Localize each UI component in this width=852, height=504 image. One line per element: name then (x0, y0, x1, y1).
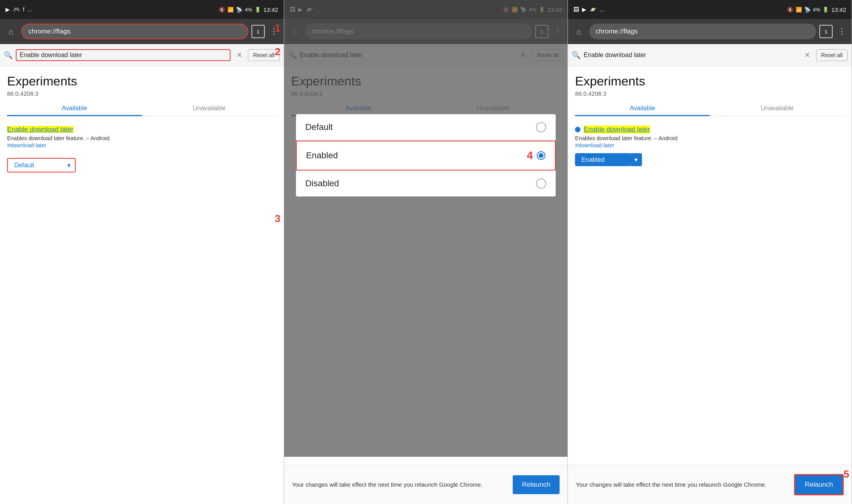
panel-2: 🖼 ▶ 🪐 ... 🔇 📶 📡 4% 🔋 13:42 ⌂ chrome://fl… (284, 0, 568, 504)
photo-icon-3: 🖼 (573, 6, 579, 13)
search-bar-3: 🔍 Enable download later ✕ Reset all (568, 44, 852, 66)
search-value-1: Enable download later (20, 52, 82, 59)
content-area-1: Experiments 86.0.4208.3 Available Unavai… (0, 66, 284, 504)
flag-title-3[interactable]: Enable download later (584, 126, 650, 133)
flag-dropdown-select-3[interactable]: Default Enabled Disabled (575, 153, 630, 166)
dialog-option-default-label: Default (305, 122, 333, 132)
relaunch-button-2[interactable]: Relaunch (513, 475, 560, 494)
version-text-3: 86.0.4208.3 (575, 90, 845, 97)
saturn-icon-3: 🪐 (590, 6, 596, 13)
tab-available-3[interactable]: Available (575, 105, 710, 116)
experiments-title-1: Experiments (7, 74, 277, 89)
version-text-1: 86.0.4208.3 (7, 90, 277, 97)
flag-desc-1: Enables download later feature. – Androi… (7, 135, 277, 141)
search-input-wrap-1[interactable]: Enable download later (16, 49, 231, 61)
address-bar-3: ⌂ chrome://flags 1 ⋮ (568, 19, 852, 44)
search-input-wrap-3[interactable]: Enable download later (584, 52, 798, 59)
dialog-box: Default Enabled 4 Disabled (296, 114, 556, 196)
flag-dropdown-wrap-1[interactable]: Default Enabled Disabled ▼ (7, 158, 76, 172)
address-input-1[interactable]: chrome://flags (21, 24, 248, 39)
status-time-3: 13:42 (831, 6, 846, 13)
tab-count-1[interactable]: 1 (251, 25, 265, 38)
bottom-bar-2: Your changes will take effect the next t… (284, 465, 568, 504)
step-5-badge: 5 (844, 468, 849, 480)
flag-dropdown-select-1[interactable]: Default Enabled Disabled (8, 159, 63, 172)
flag-item-3: Enable download later Enables download l… (575, 126, 845, 166)
dots-icon: ... (28, 6, 32, 13)
dialog-option-disabled[interactable]: Disabled (296, 170, 556, 196)
status-bar-1: ▶ 🎮 f ... 🔇 📶 📡 4% 🔋 13:42 (0, 0, 284, 19)
battery-text: 4% (245, 7, 252, 13)
menu-button-3[interactable]: ⋮ (836, 25, 848, 38)
bottom-bar-3: Your changes will take effect the next t… (568, 465, 852, 504)
experiments-title-3: Experiments (575, 74, 845, 89)
dropdown-arrow-3: ▼ (630, 153, 642, 166)
tab-count-3[interactable]: 1 (819, 25, 833, 38)
flag-blue-dot-3 (575, 127, 580, 132)
clear-button-1[interactable]: ✕ (234, 50, 245, 61)
flag-title-wrap-3: Enable download later (575, 126, 845, 133)
dropdown-arrow-1: ▼ (63, 159, 75, 172)
dialog-overlay (284, 0, 568, 457)
search-icon-3: 🔍 (572, 51, 580, 59)
panel-3: 🖼 ▶ 🪐 ... 🔇 📶 📡 4% 🔋 13:42 ⌂ chrome://fl… (568, 0, 852, 504)
status-bar-left-3: 🖼 ▶ 🪐 ... (573, 6, 604, 13)
tabs-row-3: Available Unavailable (575, 105, 845, 116)
wifi-icon-3: 📶 (796, 7, 802, 13)
radio-enabled-selected (537, 151, 545, 160)
dots-icon-3: ... (599, 6, 604, 13)
flag-desc-3: Enables download later feature. – Androi… (575, 135, 845, 141)
tab-unavailable-3[interactable]: Unavailable (710, 105, 845, 116)
step-1-badge: 1 (275, 22, 280, 34)
battery-text-3: 4% (813, 7, 820, 13)
address-text-3: chrome://flags (595, 28, 638, 35)
signal-icon-3: 📡 (804, 7, 811, 13)
flag-item-1: Enable download later Enables download l… (7, 126, 277, 172)
mute-icon: 🔇 (219, 7, 225, 13)
home-icon-1: ⌂ (9, 27, 13, 36)
signal-icon: 📡 (236, 7, 242, 13)
relaunch-button-3[interactable]: Relaunch (794, 474, 844, 495)
search-icon-1: 🔍 (4, 51, 13, 59)
content-area-3: Experiments 86.0.4208.3 Available Unavai… (568, 66, 852, 465)
play-icon-3: ▶ (582, 6, 586, 13)
reset-all-button-3[interactable]: Reset all (816, 49, 848, 61)
flag-dropdown-container-1: Default Enabled Disabled ▼ (7, 153, 277, 172)
enabled-right: 4 (527, 149, 546, 162)
dialog-option-disabled-label: Disabled (305, 178, 339, 189)
panel-1: 1 2 3 ▶ 🎮 f ... 🔇 📶 📡 4% 🔋 13:42 ⌂ chrom… (0, 0, 284, 504)
status-bar-left: ▶ 🎮 f ... (6, 6, 32, 13)
step-2-badge: 2 (275, 46, 280, 58)
status-time-1: 13:42 (263, 6, 278, 13)
status-bar-3: 🖼 ▶ 🪐 ... 🔇 📶 📡 4% 🔋 13:42 (568, 0, 852, 19)
step-3-badge: 3 (275, 213, 280, 225)
wifi-icon: 📶 (227, 7, 234, 13)
flag-dropdown-container-3: Default Enabled Disabled ▼ (575, 153, 845, 166)
tab-unavailable-1[interactable]: Unavailable (142, 105, 277, 116)
dialog-option-enabled[interactable]: Enabled 4 (296, 141, 556, 170)
mute-icon-3: 🔇 (787, 7, 793, 13)
status-bar-right-3: 🔇 📶 📡 4% 🔋 13:42 (787, 6, 846, 13)
home-icon-3: ⌂ (577, 27, 581, 36)
flag-title-1[interactable]: Enable download later (7, 126, 73, 133)
address-bar-1: ⌂ chrome://flags 1 ⋮ (0, 19, 284, 44)
dialog-option-default[interactable]: Default (296, 114, 556, 141)
bottom-text-2: Your changes will take effect the next t… (292, 480, 506, 489)
play-icon: ▶ (6, 6, 10, 13)
address-text-1: chrome://flags (28, 28, 71, 35)
flag-hash-3: #download-later (575, 142, 845, 148)
status-bar-right: 🔇 📶 📡 4% 🔋 13:42 (219, 6, 278, 13)
radio-default (536, 122, 546, 132)
address-input-3[interactable]: chrome://flags (589, 24, 816, 39)
game-icon: 🎮 (13, 6, 20, 13)
tab-available-1[interactable]: Available (7, 105, 142, 116)
clear-button-3[interactable]: ✕ (802, 50, 813, 61)
battery-icon-3: 🔋 (822, 7, 829, 13)
home-button-1[interactable]: ⌂ (4, 24, 18, 39)
home-button-3[interactable]: ⌂ (572, 24, 586, 39)
radio-disabled (536, 178, 546, 189)
flag-dropdown-wrap-3[interactable]: Default Enabled Disabled ▼ (575, 153, 642, 166)
fb-icon: f (23, 6, 24, 13)
search-bar-1: 🔍 Enable download later ✕ Reset all (0, 44, 284, 66)
flag-hash-1: #download-later (7, 142, 277, 148)
